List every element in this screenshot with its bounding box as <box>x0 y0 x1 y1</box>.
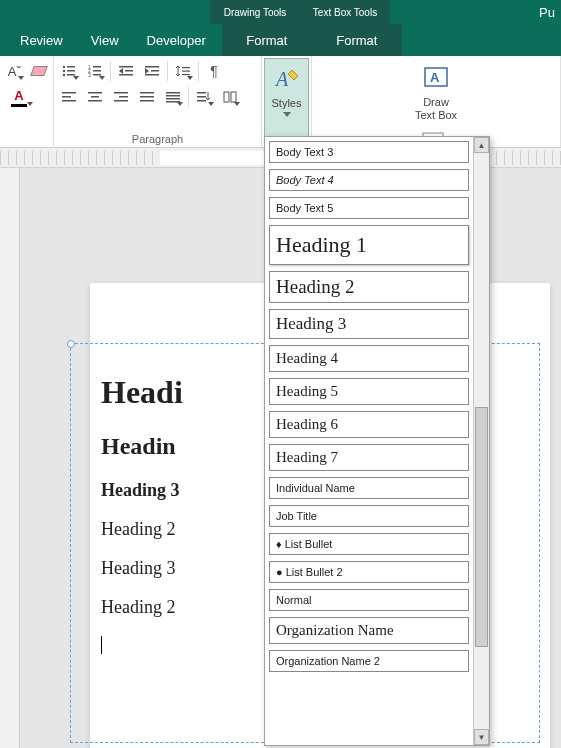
svg-rect-18 <box>182 67 190 68</box>
tab-label: Format <box>336 33 377 48</box>
align-right-button[interactable] <box>110 86 132 108</box>
align-left-icon <box>62 90 76 104</box>
distribute-icon <box>166 90 180 104</box>
scroll-thumb[interactable] <box>475 407 488 647</box>
eraser-icon <box>30 66 48 76</box>
line-spacing-button[interactable] <box>172 60 194 82</box>
align-left-button[interactable] <box>58 86 80 108</box>
svg-rect-12 <box>119 66 133 68</box>
indent-icon <box>145 64 159 78</box>
align-right-icon <box>114 90 128 104</box>
style-option[interactable]: Heading 5 <box>269 378 469 405</box>
svg-rect-3 <box>67 70 75 72</box>
style-option[interactable]: Heading 2 <box>269 271 469 303</box>
styles-label: Styles <box>272 97 302 110</box>
text-cursor <box>101 636 102 654</box>
change-case-button[interactable]: Aˇ <box>4 60 25 82</box>
styles-icon: A <box>274 63 300 95</box>
vertical-ruler[interactable] <box>0 168 20 748</box>
tab-label: Format <box>246 33 287 48</box>
svg-rect-15 <box>145 66 159 68</box>
clear-formatting-button[interactable] <box>29 60 50 82</box>
svg-rect-30 <box>140 92 154 94</box>
tab-format-textbox[interactable]: Format <box>312 24 402 56</box>
svg-rect-17 <box>145 74 159 76</box>
svg-rect-7 <box>93 66 101 68</box>
svg-point-2 <box>63 70 65 72</box>
text-box-icon: A <box>423 62 449 94</box>
style-option[interactable]: Body Text 3 <box>269 141 469 163</box>
style-option[interactable]: ● List Bullet 2 <box>269 561 469 583</box>
styles-button[interactable]: A Styles <box>264 58 309 145</box>
style-option[interactable]: ♦ List Bullet <box>269 533 469 555</box>
svg-rect-35 <box>166 98 180 100</box>
tab-view[interactable]: View <box>77 24 133 56</box>
columns-icon <box>223 90 237 104</box>
style-option[interactable]: Body Text 4 <box>269 169 469 191</box>
outdent-icon <box>119 64 133 78</box>
svg-text:A: A <box>274 68 289 90</box>
text-direction-button[interactable] <box>193 86 215 108</box>
context-tab-drawing-tools[interactable]: Drawing Tools <box>210 0 300 24</box>
svg-rect-34 <box>166 95 180 97</box>
style-option[interactable]: Body Text 5 <box>269 197 469 219</box>
svg-rect-11 <box>93 74 101 76</box>
columns-button[interactable] <box>219 86 241 108</box>
svg-rect-23 <box>62 100 76 102</box>
style-option[interactable]: Individual Name <box>269 477 469 499</box>
ribbon-tab-bar: Review View Developer Format Format <box>0 24 561 56</box>
ribbon-group-paragraph: 123 ¶ <box>54 56 262 147</box>
app-title-partial: Pu <box>539 5 555 20</box>
style-option[interactable]: Organization Name 2 <box>269 650 469 672</box>
svg-rect-32 <box>140 100 154 102</box>
style-option[interactable]: Heading 6 <box>269 411 469 438</box>
style-option[interactable]: Job Title <box>269 505 469 527</box>
styles-scrollbar[interactable]: ▲ ▼ <box>473 137 489 745</box>
svg-rect-5 <box>67 74 75 76</box>
svg-rect-40 <box>224 92 229 102</box>
svg-rect-9 <box>93 70 101 72</box>
style-option[interactable]: Heading 1 <box>269 225 469 265</box>
tab-format-drawing[interactable]: Format <box>222 24 312 56</box>
resize-handle-nw[interactable] <box>67 340 75 348</box>
spacer <box>0 0 210 24</box>
numbering-button[interactable]: 123 <box>84 60 106 82</box>
svg-rect-37 <box>197 92 206 94</box>
distribute-button[interactable] <box>162 86 184 108</box>
scroll-down-button[interactable]: ▼ <box>474 729 489 745</box>
context-tab-textbox-tools[interactable]: Text Box Tools <box>300 0 390 24</box>
svg-rect-20 <box>182 74 190 75</box>
increase-indent-button[interactable] <box>141 60 163 82</box>
font-color-swatch <box>11 104 27 107</box>
style-option[interactable]: Heading 3 <box>269 309 469 339</box>
style-option[interactable]: Heading 7 <box>269 444 469 471</box>
svg-rect-19 <box>182 71 190 72</box>
tab-review[interactable]: Review <box>6 24 77 56</box>
svg-rect-33 <box>166 92 180 94</box>
svg-text:A: A <box>430 70 440 85</box>
tab-developer[interactable]: Developer <box>133 24 220 56</box>
align-center-button[interactable] <box>84 86 106 108</box>
style-option[interactable]: Normal <box>269 589 469 611</box>
svg-text:3: 3 <box>88 72 91 78</box>
text-direction-icon <box>197 90 211 104</box>
tab-label: Review <box>20 33 63 48</box>
numbering-icon: 123 <box>88 64 102 78</box>
draw-text-box-button[interactable]: A Draw Text Box <box>316 58 556 122</box>
style-option[interactable]: Organization Name <box>269 617 469 644</box>
justify-button[interactable] <box>136 86 158 108</box>
font-color-button[interactable]: A <box>4 86 34 108</box>
scroll-up-button[interactable]: ▲ <box>474 137 489 153</box>
bullets-button[interactable] <box>58 60 80 82</box>
ribbon-group-objects: A Draw Text Box Pictures Table Shapes Wr… <box>312 56 561 147</box>
svg-rect-39 <box>197 100 206 102</box>
tab-label: View <box>91 33 119 48</box>
decrease-indent-button[interactable] <box>115 60 137 82</box>
svg-rect-29 <box>114 100 128 102</box>
styles-list[interactable]: Body Text 3Body Text 4Body Text 5Heading… <box>265 137 473 745</box>
show-hide-button[interactable]: ¶ <box>203 60 225 82</box>
svg-rect-16 <box>151 70 159 72</box>
svg-point-0 <box>63 66 65 68</box>
chevron-down-icon <box>283 112 291 117</box>
style-option[interactable]: Heading 4 <box>269 345 469 372</box>
